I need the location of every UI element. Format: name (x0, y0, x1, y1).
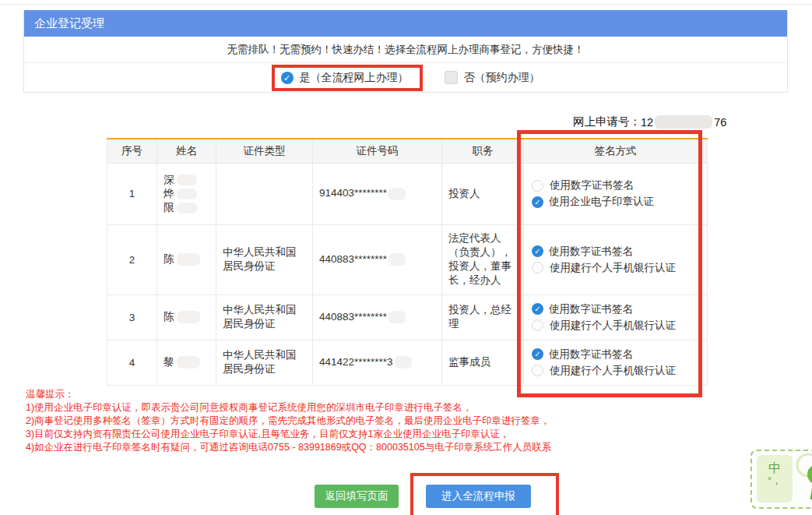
sign-option-radio[interactable]: 使用建行个人手机银行认证 (532, 364, 699, 378)
redaction-blob (177, 253, 200, 266)
name-fragment: 深 (163, 174, 174, 185)
application-number-suffix: 76 (714, 116, 726, 129)
submit-button[interactable]: 进入全流程申报 (426, 485, 531, 508)
col-header-role: 职务 (442, 139, 524, 163)
option-appointment-label: 否（预约办理） (464, 71, 540, 85)
top-divider (0, 4, 812, 5)
cell-sign-method: ✓使用数字证书签名 使用建行个人手机银行认证 (524, 224, 708, 295)
sign-option-label: 使用数字证书签名 (550, 178, 634, 192)
sign-option-label: 使用建行个人手机银行认证 (550, 319, 676, 333)
cert-no-text: 440883******** (319, 253, 387, 265)
tips-line: 1)使用企业电子印章认证，即表示贵公司同意授权商事登记系统使用您的深圳市电子印章… (26, 401, 551, 414)
sign-option-radio[interactable]: ✓使用数字证书签名 (532, 347, 699, 362)
name-fragment: 黎 (163, 356, 174, 368)
ime-punctuation-label: °， (757, 475, 793, 486)
sign-option-label: 使用数字证书签名 (549, 302, 633, 316)
sign-option-label: 使用建行个人手机银行认证 (550, 261, 676, 275)
tips-line: 2)商事登记使用多种签名（签章）方式时有固定的顺序，需先完成其他形式的电子签名，… (26, 414, 551, 428)
sign-option-radio[interactable]: 使用建行个人手机银行认证 (532, 319, 699, 333)
name-fragment: 陈 (163, 253, 174, 265)
redaction-blob (177, 311, 200, 323)
redaction-blob (655, 115, 712, 129)
redaction-blob (177, 203, 197, 213)
application-number: 网上申请号：1276 (573, 115, 726, 129)
tips-block: 温馨提示： 1)使用企业电子印章认证，即表示贵公司同意授权商事登记系统使用您的深… (26, 388, 551, 454)
table-row: 2 陈 中华人民共和国居民身份证 440883******** 法定代表人（负责… (107, 224, 708, 295)
checked-radio-icon: ✓ (532, 348, 543, 360)
registration-panel: 企业登记受理 无需排队！无需预约！快速办结！选择全流程网上办理商事登记，方便快捷… (23, 10, 788, 93)
cell-role: 法定代表人（负责人），投资人，董事长，经办人 (442, 224, 524, 295)
cell-role: 投资人，总经理 (442, 295, 524, 340)
sign-option-radio[interactable]: 使用建行个人手机银行认证 (532, 261, 699, 275)
cell-index: 3 (107, 295, 157, 340)
tips-line: 4)如企业在进行电子印章签名时有疑问，可通过咨询电话0755 - 8399186… (26, 441, 551, 454)
table-row: 3 陈 中华人民共和国居民身份证 440883******** 投资人，总经理 … (107, 295, 708, 340)
table-header-row: 序号 姓名 证件类型 证件号码 职务 签名方式 (107, 139, 708, 163)
tips-title: 温馨提示： (26, 388, 551, 401)
option-appointment-radio[interactable]: 否（预约办理） (445, 71, 540, 85)
sign-option-radio[interactable]: 使用数字证书签名 (532, 178, 699, 192)
ime-chinese-mode-label: 中 (757, 461, 793, 475)
redaction-blob (388, 188, 406, 200)
cell-index: 4 (107, 340, 157, 385)
signers-table: 序号 姓名 证件类型 证件号码 职务 签名方式 1 深 烨 限 914403**… (107, 138, 708, 386)
checked-radio-icon: ✓ (532, 303, 543, 315)
redaction-blob (388, 311, 406, 323)
cert-no-text: 441422********3 (319, 356, 393, 368)
cell-sign-method: 使用数字证书签名 ✓使用企业电子印章认证 (524, 163, 708, 224)
col-header-sign-method: 签名方式 (524, 139, 708, 163)
cell-cert-no: 914403******** (313, 163, 442, 224)
unchecked-radio-icon (532, 180, 543, 192)
unchecked-checkbox-icon (445, 71, 458, 84)
cell-cert-type: 中华人民共和国居民身份证 (216, 295, 313, 340)
cell-cert-no: 440883******** (313, 224, 442, 295)
redaction-blob (177, 189, 197, 199)
tips-line: 3)目前仅支持内资有限责任公司使用企业电子印章认证,且每笔业务，目前仅支持1家企… (26, 428, 551, 441)
highlight-box-online-option: ✓ 是（全流程网上办理） (272, 65, 423, 91)
sign-option-radio[interactable]: ✓使用数字证书签名 (532, 302, 699, 316)
table-row: 1 深 烨 限 914403******** 投资人 使用数字证书签名 ✓使用企… (107, 163, 708, 224)
sign-option-label: 使用企业电子印章认证 (549, 195, 654, 209)
cert-no-text: 440883******** (319, 311, 387, 323)
cell-sign-method: ✓使用数字证书签名 使用建行个人手机银行认证 (524, 295, 708, 340)
col-header-name: 姓名 (157, 139, 216, 163)
sign-option-radio[interactable]: ✓使用企业电子印章认证 (532, 195, 699, 209)
cell-cert-type: 中华人民共和国居民身份证 (216, 224, 313, 295)
unchecked-radio-icon (532, 319, 543, 331)
application-number-prefix: 12 (641, 116, 653, 129)
signers-table-wrap: 序号 姓名 证件类型 证件号码 职务 签名方式 1 深 烨 限 914403**… (107, 138, 707, 386)
cell-index: 1 (107, 163, 157, 224)
redaction-blob (395, 356, 412, 369)
redaction-blob (177, 175, 197, 185)
cell-role: 投资人 (442, 163, 524, 224)
back-button[interactable]: 返回填写页面 (315, 485, 399, 508)
checked-radio-icon: ✓ (532, 196, 543, 208)
redaction-blob (388, 253, 406, 266)
sign-option-label: 使用数字证书签名 (549, 245, 633, 259)
table-row: 4 黎 中华人民共和国居民身份证 441422********3 监事成员 ✓使… (107, 340, 708, 385)
option-online-label: 是（全流程网上办理） (300, 71, 409, 85)
name-fragment: 烨 (163, 188, 174, 199)
cell-role: 监事成员 (442, 340, 524, 385)
sign-option-radio[interactable]: ✓使用数字证书签名 (532, 245, 699, 259)
clover-icon (791, 451, 812, 506)
checked-radio-icon: ✓ (532, 245, 543, 257)
slogan-text: 无需排队！无需预约！快速办结！选择全流程网上办理商事登记，方便快捷！ (24, 37, 787, 63)
option-online-radio[interactable]: ✓ 是（全流程网上办理） (281, 71, 409, 85)
cert-no-text: 914403******** (319, 187, 387, 199)
cell-cert-no: 440883******** (313, 295, 442, 340)
col-header-cert-no: 证件号码 (313, 139, 442, 163)
cell-sign-method: ✓使用数字证书签名 使用建行个人手机银行认证 (524, 340, 708, 385)
cell-name: 深 烨 限 (157, 163, 216, 224)
cell-name: 陈 (157, 295, 216, 340)
process-mode-options: ✓ 是（全流程网上办理） 否（预约办理） (24, 63, 787, 92)
cell-cert-type (216, 163, 313, 224)
ime-widget[interactable]: 中 °， (750, 450, 812, 509)
col-header-cert-type: 证件类型 (216, 139, 313, 163)
application-number-label: 网上申请号： (573, 115, 641, 129)
sign-option-label: 使用建行个人手机银行认证 (550, 364, 676, 378)
cell-index: 2 (107, 224, 157, 295)
redaction-blob (177, 356, 200, 369)
sign-option-label: 使用数字证书签名 (549, 347, 633, 362)
checked-radio-icon: ✓ (281, 72, 294, 84)
